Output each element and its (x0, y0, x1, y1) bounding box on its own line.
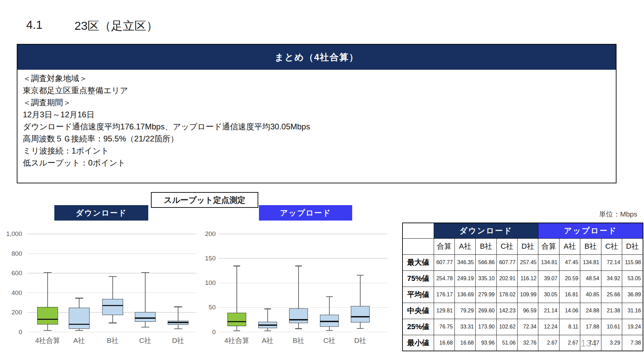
table-value-75%値-4: 116.12 (518, 270, 538, 287)
table-value-25%値-3: 102.62 (496, 319, 517, 335)
download-median-C社 (135, 317, 156, 319)
download-ytick-400: 400 (0, 289, 22, 297)
upload-whisker-cap-max-D社 (357, 275, 364, 276)
upload-ytick-200: 200 (189, 230, 216, 238)
download-gridline-0 (28, 332, 196, 333)
table-row-label-25%値: 25%値 (402, 319, 434, 335)
upload-ytick-50: 50 (189, 304, 216, 311)
table-value-中央値-7: 24.88 (580, 303, 601, 319)
download-median-4社合算 (37, 319, 58, 320)
download-ytick-600: 600 (0, 269, 22, 277)
upload-whisker-cap-min-A社 (264, 330, 271, 331)
table-value-平均値-6: 16.81 (559, 287, 580, 303)
table-col-header-0: 合算 (434, 238, 454, 254)
download-median-B社 (102, 305, 123, 306)
download-gridline-600 (28, 273, 196, 274)
table-col-header-3: C社 (496, 238, 517, 254)
table-value-平均値-2: 279.99 (476, 287, 496, 303)
stats-table-wrap: ダウンロードアップロード合算A社B社C社D社合算A社B社C社D社最大値607.7… (402, 223, 643, 351)
download-whisker-D社 (178, 307, 178, 329)
download-chart-header: ダウンロード (54, 205, 148, 221)
download-whisker-cap-max-D社 (174, 306, 182, 307)
upload-gridline-100 (219, 283, 387, 284)
table-col-header-8: C社 (601, 238, 622, 254)
table-group-header-download: ダウンロード (434, 223, 538, 238)
table-value-最小値-4: 32.76 (518, 335, 538, 351)
download-gridline-800 (28, 253, 196, 254)
download-whisker-cap-min-B社 (109, 322, 117, 323)
upload-whisker-cap-max-4社合算 (233, 265, 240, 266)
table-corner-cell (402, 223, 434, 238)
table-value-最小値-6: 2.67 (559, 335, 580, 351)
download-category-B社: B社 (94, 336, 131, 345)
upload-whisker-cap-max-B社 (295, 265, 302, 266)
chart-group-title: スループット定点測定 (151, 192, 258, 208)
table-value-75%値-1: 249.19 (454, 270, 475, 287)
table-value-中央値-5: 21.14 (538, 303, 559, 319)
table-value-最大値-3: 607.77 (496, 254, 517, 270)
upload-whisker-cap-max-A社 (264, 308, 271, 309)
table-value-平均値-1: 136.69 (454, 287, 475, 303)
table-value-75%値-9: 53.05 (622, 270, 643, 287)
download-ytick-0: 0 (0, 328, 22, 336)
table-value-平均値-9: 36.89 (622, 287, 643, 303)
upload-ytick-0: 0 (189, 328, 216, 336)
download-box-C社 (135, 312, 156, 322)
upload-median-C社 (320, 321, 339, 322)
table-value-25%値-7: 17.88 (580, 319, 601, 335)
table-value-最大値-8: 72.14 (601, 254, 622, 270)
table-value-最小値-0: 16.68 (434, 335, 454, 351)
unit-label: 単位：Mbps (570, 209, 637, 219)
table-value-最小値-7: 7.17 (580, 335, 601, 351)
upload-whisker-cap-min-C社 (326, 330, 333, 331)
table-value-最小値-8: 3.29 (601, 335, 622, 351)
table-col-header-9: D社 (622, 238, 643, 254)
table-value-25%値-1: 33.31 (454, 319, 475, 335)
download-category-C社: C社 (127, 336, 164, 345)
table-value-75%値-0: 254.78 (434, 270, 454, 287)
table-value-25%値-0: 76.75 (434, 319, 454, 335)
table-value-平均値-0: 176.17 (434, 287, 454, 303)
table-value-中央値-0: 129.81 (434, 303, 454, 319)
table-value-中央値-6: 14.06 (559, 303, 580, 319)
table-value-25%値-5: 12.24 (538, 319, 559, 335)
table-value-平均値-8: 25.66 (601, 287, 622, 303)
download-box-A社 (69, 308, 90, 329)
upload-gridline-150 (219, 258, 387, 259)
upload-category-D社: D社 (342, 336, 379, 345)
table-value-75%値-2: 335.10 (476, 270, 496, 287)
table-row-label-最小値: 最小値 (402, 335, 434, 351)
table-row-label-平均値: 平均値 (402, 287, 434, 303)
upload-whisker-cap-max-C社 (326, 296, 333, 297)
table-value-最小値-5: 2.67 (538, 335, 559, 351)
download-ytick-800: 800 (0, 250, 22, 257)
download-box-4社合算 (37, 307, 58, 324)
table-col-header-7: B社 (580, 238, 601, 254)
download-ytick-1,000: 1,000 (0, 230, 22, 238)
table-value-最小値-3: 51.06 (496, 335, 517, 351)
table-value-75%値-3: 202.91 (496, 270, 517, 287)
download-category-A社: A社 (61, 336, 98, 345)
table-value-25%値-9: 19.24 (622, 319, 643, 335)
table-col-header-6: A社 (559, 238, 580, 254)
table-value-最大値-5: 134.81 (538, 254, 559, 270)
upload-box-B社 (289, 308, 308, 323)
table-corner-cell-2 (402, 238, 434, 254)
table-value-最大値-7: 134.81 (580, 254, 601, 270)
table-value-中央値-9: 31.16 (622, 303, 643, 319)
table-value-75%値-8: 34.92 (601, 270, 622, 287)
upload-whisker-cap-min-B社 (295, 328, 302, 329)
table-value-最小値-1: 16.68 (454, 335, 475, 351)
stats-table: ダウンロードアップロード合算A社B社C社D社合算A社B社C社D社最大値607.7… (402, 223, 643, 351)
download-gridline-400 (28, 293, 196, 293)
table-value-最大値-4: 257.45 (518, 254, 538, 270)
download-ytick-200: 200 (0, 309, 22, 316)
table-value-平均値-5: 30.05 (538, 287, 559, 303)
table-value-75%値-6: 20.59 (559, 270, 580, 287)
table-value-25%値-6: 8.11 (559, 319, 580, 335)
upload-box-4社合算 (227, 313, 246, 326)
table-value-75%値-7: 48.54 (580, 270, 601, 287)
upload-median-4社合算 (227, 321, 246, 322)
table-value-中央値-8: 21.38 (601, 303, 622, 319)
table-col-header-5: 合算 (538, 238, 559, 254)
